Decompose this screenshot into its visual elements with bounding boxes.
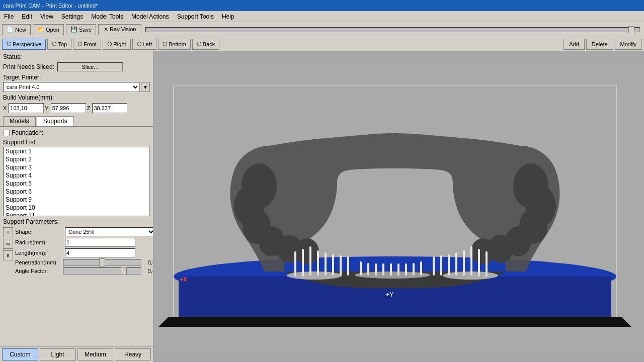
support-list-label: Support List:: [0, 138, 153, 147]
slice-button[interactable]: Slice...: [57, 62, 123, 71]
length-input[interactable]: [65, 248, 135, 257]
build-y-input[interactable]: [51, 103, 86, 113]
list-item[interactable]: Support 1: [4, 147, 149, 155]
list-item[interactable]: Support 3: [4, 163, 149, 171]
light-button[interactable]: Light: [40, 348, 76, 360]
tabs: Models Supports: [0, 114, 153, 127]
heavy-button[interactable]: Heavy: [115, 348, 151, 360]
back-button[interactable]: ⬡ Back: [192, 39, 219, 50]
side-icon-group: T M B: [3, 227, 13, 276]
left-button[interactable]: ⬡ Left: [132, 39, 156, 50]
menu-help[interactable]: Help: [218, 12, 238, 21]
menu-file[interactable]: File: [0, 12, 18, 21]
top-side-icon-btn[interactable]: T: [3, 227, 13, 237]
angle-factor-label: Angle Factor:: [15, 268, 63, 274]
penetration-slider[interactable]: [63, 259, 141, 266]
penetration-row: Penetration(mm): 0,5: [15, 259, 153, 266]
mid-side-icon-btn[interactable]: M: [3, 239, 13, 249]
support-list[interactable]: Support 1Support 2Support 3Support 4Supp…: [3, 147, 150, 216]
new-button[interactable]: 📄 New: [2, 24, 31, 35]
toolbar: 📄 New 📂 Open 💾 Save ✕ Ray Vision: [0, 22, 644, 37]
z-axis-label: Z: [87, 105, 91, 111]
list-item[interactable]: Support 2: [4, 155, 149, 163]
svg-rect-40: [448, 254, 450, 276]
build-x-input[interactable]: [9, 103, 44, 113]
dental-scene-svg: +X +Y: [153, 51, 644, 362]
status-label: Status:: [3, 53, 22, 60]
menu-bar: File Edit View Settings Model Tools Mode…: [0, 11, 644, 22]
title-text: cara Print CAM - Print Editor - untitled…: [3, 3, 98, 9]
svg-point-47: [355, 272, 430, 279]
menu-model-actions[interactable]: Model Actions: [127, 12, 173, 21]
list-item[interactable]: Support 4: [4, 171, 149, 179]
svg-point-14: [295, 238, 319, 264]
build-volume-row: Build Volume(mm):: [0, 93, 153, 102]
delete-button[interactable]: Delete: [586, 39, 613, 50]
viewport[interactable]: +X +Y: [153, 51, 644, 362]
brightness-slider[interactable]: [145, 27, 640, 32]
left-icon: ⬡: [137, 41, 142, 47]
print-row: Print Needs Sliced: Slice...: [0, 61, 153, 72]
build-inputs-row: X Y Z: [0, 102, 153, 114]
angle-factor-slider[interactable]: [63, 267, 141, 275]
list-item[interactable]: Support 6: [4, 188, 149, 196]
right-button[interactable]: ⬡ Right: [103, 39, 131, 50]
back-icon: ⬡: [197, 41, 202, 47]
svg-rect-27: [340, 255, 342, 276]
shape-select[interactable]: Cone 25%Cone 50%CylinderFlat: [65, 227, 153, 236]
svg-text:+X: +X: [180, 276, 187, 283]
add-button[interactable]: Add: [564, 39, 585, 50]
svg-point-46: [287, 272, 342, 280]
front-button[interactable]: ⬡ Front: [73, 39, 101, 50]
printer-dropdown-btn[interactable]: ▼: [141, 82, 150, 92]
bottom-button[interactable]: ⬡ Bottom: [158, 39, 191, 50]
bottom-icon: ⬡: [163, 41, 168, 47]
target-printer-label: Target Printer:: [3, 74, 41, 81]
custom-button[interactable]: Custom: [2, 348, 38, 360]
svg-text:+Y: +Y: [386, 291, 393, 298]
top-button[interactable]: ⬡ Top: [47, 39, 71, 50]
tab-supports[interactable]: Supports: [37, 116, 74, 126]
printer-row: Target Printer:: [0, 72, 153, 82]
perspective-button[interactable]: ⬡ Perspective: [2, 39, 46, 50]
tab-models[interactable]: Models: [3, 116, 36, 126]
perspective-icon: ⬡: [7, 41, 12, 47]
open-icon: 📂: [37, 26, 44, 33]
list-item[interactable]: Support 9: [4, 196, 149, 204]
printer-select-row: cara Print 4.0 ▼: [0, 82, 153, 93]
save-button[interactable]: 💾 Save: [66, 24, 96, 35]
shape-row: Shape: Cone 25%Cone 50%CylinderFlat: [15, 227, 153, 236]
angle-factor-value: 0,8: [141, 268, 153, 274]
foundation-row: Foundation:: [0, 127, 153, 138]
printer-select[interactable]: cara Print 4.0: [3, 82, 140, 92]
open-button[interactable]: 📂 Open: [33, 24, 64, 35]
shape-param-label: Shape:: [15, 229, 63, 235]
build-z-input[interactable]: [92, 103, 127, 113]
status-row: Status:: [0, 51, 153, 61]
menu-support-tools[interactable]: Support Tools: [173, 12, 218, 21]
list-item[interactable]: Support 10: [4, 204, 149, 212]
radius-input[interactable]: [65, 238, 135, 247]
view-toolbar: ⬡ Perspective ⬡ Top ⬡ Front ⬡ Right ⬡ Le…: [0, 37, 644, 51]
length-param-label: Length(mm):: [15, 250, 63, 256]
menu-edit[interactable]: Edit: [18, 12, 36, 21]
foundation-checkbox[interactable]: [3, 130, 10, 136]
slider-thumb[interactable]: [628, 26, 634, 33]
svg-point-20: [471, 238, 495, 264]
ray-vision-button[interactable]: ✕ Ray Vision: [98, 24, 141, 35]
left-panel: Status: Print Needs Sliced: Slice... Tar…: [0, 51, 153, 362]
right-icon: ⬡: [107, 41, 112, 47]
menu-settings[interactable]: Settings: [57, 12, 87, 21]
y-axis-label: Y: [45, 105, 48, 111]
menu-model-tools[interactable]: Model Tools: [87, 12, 127, 21]
svg-marker-8: [158, 317, 631, 327]
modify-button[interactable]: Modify: [615, 39, 642, 50]
list-item[interactable]: Support 11: [4, 212, 149, 216]
params-inner: Shape: Cone 25%Cone 50%CylinderFlat Radi…: [15, 227, 153, 276]
bottom-side-icon-btn[interactable]: B: [3, 250, 13, 260]
ray-vision-icon: ✕: [104, 26, 108, 32]
length-row: Length(mm):: [15, 248, 153, 257]
list-item[interactable]: Support 5: [4, 179, 149, 188]
menu-view[interactable]: View: [36, 12, 57, 21]
medium-button[interactable]: Medium: [77, 348, 114, 360]
